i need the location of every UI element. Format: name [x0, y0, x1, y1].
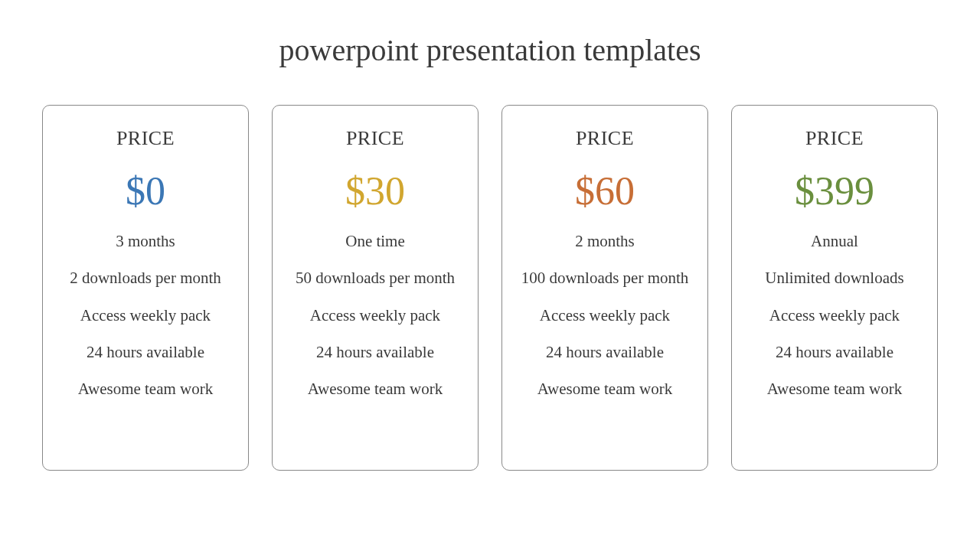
pricing-card-1: PRICE $30 One time 50 downloads per mont… — [272, 105, 479, 471]
card-feature: 24 hours available — [516, 342, 694, 362]
card-price: $30 — [286, 171, 464, 211]
card-feature: 2 downloads per month — [57, 268, 234, 288]
card-feature: Unlimited downloads — [746, 268, 923, 288]
card-feature: Awesome team work — [516, 379, 694, 399]
card-feature: One time — [286, 231, 464, 251]
pricing-card-3: PRICE $399 Annual Unlimited downloads Ac… — [731, 105, 938, 471]
card-feature: Access weekly pack — [516, 305, 694, 325]
card-feature: 100 downloads per month — [516, 268, 694, 288]
card-label: PRICE — [57, 127, 234, 150]
card-feature: Annual — [746, 231, 923, 251]
card-feature: 24 hours available — [286, 342, 464, 362]
pricing-card-0: PRICE $0 3 months 2 downloads per month … — [42, 105, 249, 471]
card-feature: Access weekly pack — [57, 305, 234, 325]
card-feature: 24 hours available — [746, 342, 923, 362]
page-title: powerpoint presentation templates — [0, 0, 980, 105]
card-feature: Awesome team work — [746, 379, 923, 399]
card-feature: 24 hours available — [57, 342, 234, 362]
card-feature: 3 months — [57, 231, 234, 251]
card-label: PRICE — [746, 127, 923, 150]
card-feature: 2 months — [516, 231, 694, 251]
card-price: $399 — [746, 171, 923, 211]
card-label: PRICE — [516, 127, 694, 150]
card-feature: 50 downloads per month — [286, 268, 464, 288]
card-feature: Access weekly pack — [746, 305, 923, 325]
card-feature: Awesome team work — [286, 379, 464, 399]
card-price: $0 — [57, 171, 234, 211]
card-feature: Access weekly pack — [286, 305, 464, 325]
pricing-cards-row: PRICE $0 3 months 2 downloads per month … — [0, 105, 980, 471]
pricing-card-2: PRICE $60 2 months 100 downloads per mon… — [501, 105, 708, 471]
card-feature: Awesome team work — [57, 379, 234, 399]
card-price: $60 — [516, 171, 694, 211]
card-label: PRICE — [286, 127, 464, 150]
